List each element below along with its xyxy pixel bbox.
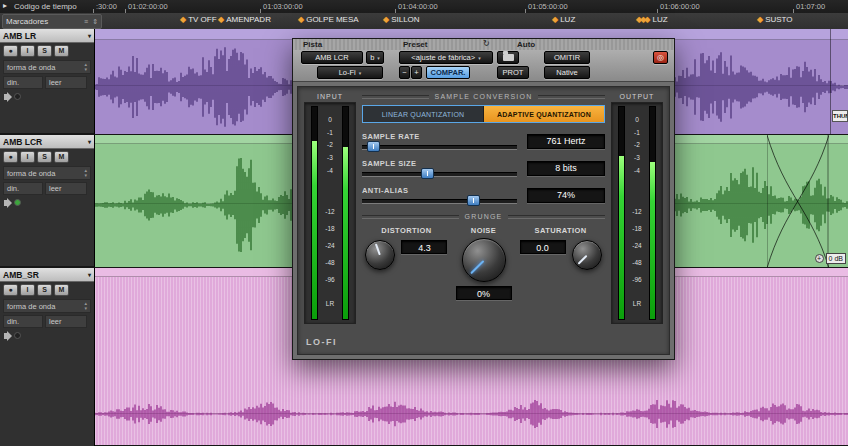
track-view-selector[interactable]: forma de onda ▴▾: [3, 60, 91, 74]
volume-indicator[interactable]: + 0 dB: [815, 253, 846, 264]
mute-button[interactable]: M: [54, 284, 69, 296]
previous-preset-button[interactable]: −: [399, 66, 410, 79]
track-name[interactable]: AMB_SR ▾: [0, 268, 94, 282]
plugin-track-selector[interactable]: AMB LCR: [301, 51, 363, 64]
track-view-label: forma de onda: [7, 63, 55, 72]
track-name[interactable]: AMB LR ▾: [0, 29, 94, 43]
meter-scale-tick: 0: [320, 117, 340, 124]
sample-rate-value[interactable]: 761 Hertz: [527, 134, 605, 149]
solo-button[interactable]: S: [37, 45, 52, 57]
automation-mode[interactable]: din.: [3, 182, 43, 195]
plugin-selector[interactable]: Lo-Fi ▾: [317, 66, 383, 79]
native-button[interactable]: Native: [544, 66, 590, 79]
automation-mode[interactable]: din.: [3, 315, 43, 328]
marker[interactable]: ◆SUSTO: [757, 15, 793, 24]
track-header-amb-lcr[interactable]: AMB LCR ▾ ● I S M forma de onda ▴▾ din. …: [0, 135, 95, 268]
track-name-label: AMB LR: [3, 31, 36, 41]
clip-name-thund[interactable]: THUND: [832, 110, 848, 122]
track-header-amb-lr[interactable]: AMB LR ▾ ● I S M forma de onda ▴▾ din. l…: [0, 29, 95, 135]
tab-adaptive-quantization[interactable]: ADAPTIVE QUANTIZATION: [484, 106, 604, 122]
marker-diamond-icon[interactable]: ◆: [383, 15, 387, 24]
distortion-value[interactable]: 4.3: [401, 240, 447, 254]
distortion-knob[interactable]: [365, 240, 395, 270]
slider-handle[interactable]: [421, 168, 434, 179]
slider-handle[interactable]: [367, 141, 380, 152]
marker-diamond-icon[interactable]: ◆: [552, 15, 556, 24]
anti-alias-slider[interactable]: [362, 199, 517, 204]
saturation-knob[interactable]: [572, 240, 602, 270]
bypass-label: OMITIR: [554, 53, 580, 62]
read-mode[interactable]: leer: [45, 315, 87, 328]
sample-conversion-header: SAMPLE CONVERSION: [362, 93, 605, 100]
noise-value[interactable]: 0%: [456, 286, 512, 300]
ruler-tick: :30:00: [96, 2, 117, 11]
marker[interactable]: ◆GOLPE MESA: [298, 15, 359, 24]
marker-label: SILLON: [389, 15, 419, 24]
speaker-icon[interactable]: [4, 333, 8, 339]
read-mode[interactable]: leer: [45, 76, 87, 89]
marker[interactable]: ◆AMENPADR: [218, 15, 271, 24]
mute-button[interactable]: M: [54, 151, 69, 163]
markers-bar[interactable]: Marcadores ≡ ⇕ ◆TV OFF◆AMENPADR◆GOLPE ME…: [0, 13, 848, 30]
record-button[interactable]: ●: [3, 284, 18, 296]
bypass-button[interactable]: OMITIR: [544, 51, 590, 64]
target-button[interactable]: ◎: [653, 51, 668, 64]
marker[interactable]: ◆SILLON: [383, 15, 420, 24]
speaker-icon[interactable]: [4, 200, 8, 206]
record-button[interactable]: ●: [3, 45, 18, 57]
insert-position-button[interactable]: b ▾: [366, 51, 384, 64]
next-preset-button[interactable]: +: [411, 66, 422, 79]
chevron-down-icon: ▾: [88, 32, 91, 39]
auto-section-label: Auto: [517, 40, 535, 49]
tab-linear-quantization[interactable]: LINEAR QUANTIZATION: [363, 106, 484, 122]
automation-add-icon[interactable]: +: [815, 254, 824, 263]
refresh-icon[interactable]: ↻: [483, 39, 490, 48]
slider-handle[interactable]: [467, 195, 480, 206]
track-name[interactable]: AMB LCR ▾: [0, 135, 94, 149]
input-monitor-button[interactable]: I: [20, 151, 35, 163]
compare-button[interactable]: COMPAR.: [426, 66, 470, 79]
plugin-window-lofi[interactable]: Pista Preset ↻ Auto AMB LCR b ▾ <ajuste …: [292, 38, 675, 360]
librarian-button[interactable]: [497, 51, 519, 64]
marker-items: ◆TV OFF◆AMENPADR◆GOLPE MESA◆SILLON◆LUZ◆◆…: [0, 13, 848, 29]
track-view-selector[interactable]: forma de onda ▴▾: [3, 299, 91, 313]
sample-size-label: SAMPLE SIZE: [362, 159, 517, 168]
marker-label: LUZ: [558, 15, 575, 24]
marker[interactable]: ◆◆◆LUZ: [636, 15, 668, 24]
input-monitor-button[interactable]: I: [20, 284, 35, 296]
knob-pointer: [577, 254, 587, 264]
speaker-icon[interactable]: [4, 94, 8, 100]
read-mode[interactable]: leer: [45, 182, 87, 195]
mute-button[interactable]: M: [54, 45, 69, 57]
marker[interactable]: ◆TV OFF: [180, 15, 217, 24]
record-button[interactable]: ●: [3, 151, 18, 163]
output-meter: 0-1-2-3-4-12-18-24-48-96LR: [611, 102, 663, 324]
sample-size-value[interactable]: 8 bits: [527, 161, 605, 176]
preset-selector[interactable]: <ajuste de fábrica> ▾: [399, 51, 493, 64]
solo-button[interactable]: S: [37, 284, 52, 296]
meter-scale-tick: -48: [320, 260, 340, 267]
marker-diamond-icon[interactable]: ◆: [757, 15, 761, 24]
crossfade-icon[interactable]: [767, 135, 829, 268]
sample-rate-slider[interactable]: [362, 145, 517, 150]
track-header-amb-sr[interactable]: AMB_SR ▾ ● I S M forma de onda ▴▾ din. l…: [0, 268, 95, 446]
prot-button[interactable]: PROT: [497, 66, 529, 79]
marker-diamond-icon[interactable]: ◆: [180, 15, 184, 24]
sample-size-slider[interactable]: [362, 172, 517, 177]
input-monitor-button[interactable]: I: [20, 45, 35, 57]
chevron-down-icon: ▾: [88, 138, 91, 145]
timeline-ruler[interactable]: ▸ Código de tiempo :30:0001:02:00:0001:0…: [0, 0, 848, 14]
marker-diamond-icon[interactable]: ◆: [298, 15, 302, 24]
marker-label: TV OFF: [186, 15, 216, 24]
anti-alias-value[interactable]: 74%: [527, 188, 605, 203]
marker[interactable]: ◆LUZ: [552, 15, 575, 24]
solo-button[interactable]: S: [37, 151, 52, 163]
native-label: Native: [556, 68, 577, 77]
saturation-value[interactable]: 0.0: [520, 240, 566, 254]
marker-diamond-icon[interactable]: ◆: [218, 15, 222, 24]
marker-label: SUSTO: [763, 15, 792, 24]
track-view-selector[interactable]: forma de onda ▴▾: [3, 166, 91, 180]
automation-mode[interactable]: din.: [3, 76, 43, 89]
marker-diamond-icon[interactable]: ◆◆◆: [636, 15, 648, 24]
noise-knob[interactable]: [462, 238, 506, 282]
